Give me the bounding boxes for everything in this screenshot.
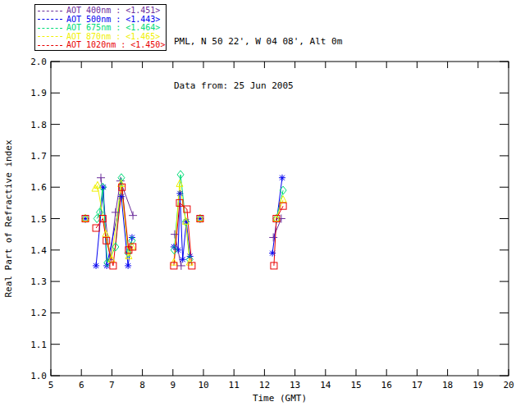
x-tick-label: 20 [503,380,514,390]
asterisk-marker [118,194,125,200]
plus-marker [129,212,137,220]
plus-marker [177,262,185,270]
asterisk-marker [125,262,131,269]
x-tick-label: 7 [109,380,115,390]
plus-marker [97,174,105,182]
x-tick-label: 17 [412,380,422,390]
plus-marker [171,231,179,239]
asterisk-marker [93,262,99,269]
x-tick-label: 16 [381,380,392,390]
asterisk-marker [279,175,285,181]
x-tick-label: 19 [472,380,483,390]
asterisk-marker [269,250,276,257]
x-tick-label: 12 [259,380,270,390]
x-tick-label: 8 [139,380,145,390]
y-tick-label: 1.3 [30,276,47,287]
y-tick-label: 2.0 [30,57,47,67]
y-tick-label: 1.8 [30,120,47,130]
x-tick-label: 15 [350,380,361,390]
asterisk-marker [180,256,186,262]
y-tick-label: 1.2 [30,308,47,318]
x-tick-label: 14 [320,380,331,390]
square-marker [93,225,99,231]
x-tick-label: 9 [170,380,176,390]
x-tick-label: 18 [442,380,453,390]
x-tick-label: 13 [290,380,300,390]
x-tick-label: 11 [229,380,240,390]
y-tick-label: 1.5 [30,214,47,225]
x-axis-label: Time (GMT) [253,393,307,404]
y-tick-label: 1.7 [30,151,47,162]
x-tick-label: 5 [48,380,54,390]
y-tick-label: 1.0 [30,371,47,381]
y-tick-label: 1.4 [30,245,47,256]
x-tick-label: 6 [79,380,84,390]
y-tick-label: 1.1 [30,340,47,350]
plus-marker [269,233,277,241]
x-tick-label: 10 [198,380,208,390]
asterisk-marker [176,190,183,197]
aeronet-refractive-index-plot: AOT 400nm : <1.451> AOT 500nm : <1.443> … [0,0,525,420]
plot-area: 5678910111213141516171819201.01.11.21.31… [0,0,525,420]
y-axis-label: Real Part of Refractive index [3,139,14,297]
y-tick-label: 1.6 [30,182,47,193]
y-tick-label: 1.9 [30,88,47,98]
